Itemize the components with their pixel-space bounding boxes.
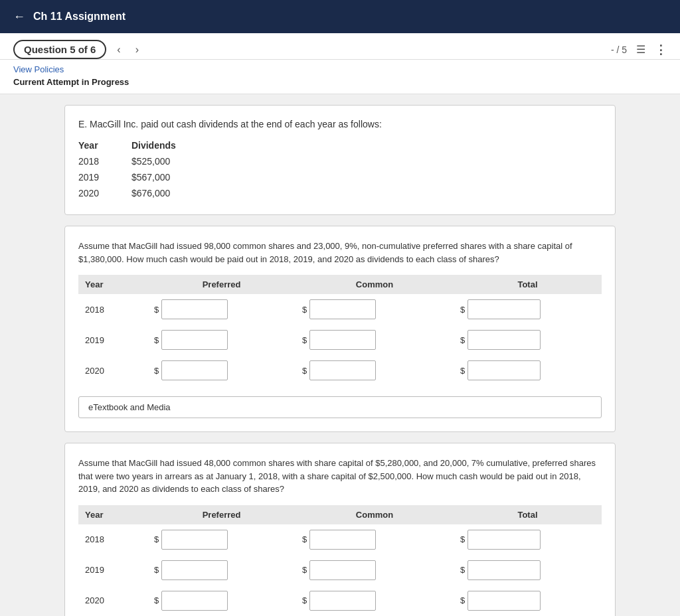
dollar-sign: $ <box>302 366 307 376</box>
total-cell-2018: $ <box>454 524 602 555</box>
card-dividends: E. MacGill Inc. paid out cash dividends … <box>64 105 616 215</box>
sub-header-left: Question 5 of 6 ‹ › <box>13 40 143 59</box>
dollar-sign: $ <box>460 565 465 575</box>
dollar-sign: $ <box>302 305 307 315</box>
main-content: E. MacGill Inc. paid out cash dividends … <box>51 94 629 616</box>
card3-question: Assume that MacGill had issued 48,000 co… <box>78 457 602 496</box>
dollar-sign: $ <box>460 595 465 605</box>
c3-preferred-input-2019[interactable] <box>161 560 228 580</box>
dollar-sign: $ <box>460 534 465 544</box>
total-cell-2020: $ <box>454 585 602 616</box>
total-input-2020[interactable] <box>468 360 541 380</box>
current-attempt-label: Current Attempt in Progress <box>13 77 667 87</box>
year-2020: 2020 <box>78 185 131 201</box>
common-cell-2020: $ <box>296 585 454 616</box>
common-input-2019[interactable] <box>309 330 376 350</box>
dollar-sign: $ <box>154 565 159 575</box>
col-common-header: Common <box>296 505 454 524</box>
col-total-header: Total <box>454 505 602 524</box>
col-common-header: Common <box>296 275 454 294</box>
c3-common-input-2020[interactable] <box>309 591 376 611</box>
sub-header: Question 5 of 6 ‹ › - / 5 ☰ ⋮ <box>0 33 680 60</box>
common-cell-2020: $ <box>296 355 454 386</box>
dollar-sign: $ <box>460 305 465 315</box>
preferred-cell-2018: $ <box>147 524 296 555</box>
table-row: 2019 $ $ <box>78 555 602 585</box>
col-preferred-header: Preferred <box>147 505 296 524</box>
preferred-cell-2019: $ <box>147 325 296 355</box>
c3-common-input-2018[interactable] <box>309 530 376 550</box>
total-cell-2020: $ <box>454 355 602 386</box>
dollar-sign: $ <box>302 534 307 544</box>
dollar-sign: $ <box>302 565 307 575</box>
total-input-2018[interactable] <box>468 299 541 319</box>
preferred-input-2018[interactable] <box>161 299 228 319</box>
dividends-intro: E. MacGill Inc. paid out cash dividends … <box>78 119 602 129</box>
question-badge: Question 5 of 6 <box>13 40 106 59</box>
total-input-2019[interactable] <box>468 330 541 350</box>
card-cumulative: Assume that MacGill had issued 48,000 co… <box>64 443 616 616</box>
next-question-button[interactable]: › <box>131 41 143 58</box>
col-header-year: Year <box>78 137 131 153</box>
preferred-cell-2020: $ <box>147 585 296 616</box>
card-non-cumulative: Assume that MacGill had issued 98,000 co… <box>64 226 616 432</box>
common-cell-2019: $ <box>296 325 454 355</box>
dollar-sign: $ <box>460 335 465 345</box>
common-cell-2019: $ <box>296 555 454 585</box>
total-cell-2018: $ <box>454 294 602 325</box>
common-cell-2018: $ <box>296 524 454 555</box>
common-input-2018[interactable] <box>309 299 376 319</box>
dollar-sign: $ <box>154 305 159 315</box>
dollar-sign: $ <box>302 335 307 345</box>
back-icon[interactable]: ← <box>13 10 25 24</box>
dividends-2019: $567,000 <box>131 169 211 185</box>
table-row: 2020 $ $ <box>78 355 602 386</box>
year-label: 2020 <box>78 355 147 386</box>
dollar-sign: $ <box>460 366 465 376</box>
c3-total-input-2020[interactable] <box>468 591 541 611</box>
view-policies-link[interactable]: View Policies <box>13 64 64 74</box>
card2-question: Assume that MacGill had issued 98,000 co… <box>78 240 602 266</box>
more-icon[interactable]: ⋮ <box>655 42 667 57</box>
common-input-2020[interactable] <box>309 360 376 380</box>
table-row: 2018 $525,000 <box>78 153 211 169</box>
year-label: 2019 <box>78 325 147 355</box>
preferred-input-2019[interactable] <box>161 330 228 350</box>
preferred-cell-2018: $ <box>147 294 296 325</box>
table-row: 2019 $ $ <box>78 325 602 355</box>
year-2019: 2019 <box>78 169 131 185</box>
c3-common-input-2019[interactable] <box>309 560 376 580</box>
col-preferred-header: Preferred <box>147 275 296 294</box>
dollar-sign: $ <box>154 335 159 345</box>
year-label: 2019 <box>78 555 147 585</box>
preferred-input-2020[interactable] <box>161 360 228 380</box>
common-cell-2018: $ <box>296 294 454 325</box>
year-label: 2020 <box>78 585 147 616</box>
col-header-dividends: Dividends <box>131 137 211 153</box>
etextbook-button[interactable]: eTextbook and Media <box>78 396 602 418</box>
col-year-header: Year <box>78 275 147 294</box>
table-row: 2019 $567,000 <box>78 169 211 185</box>
list-icon[interactable]: ☰ <box>636 43 645 56</box>
card2-input-table: Year Preferred Common Total 2018 $ <box>78 275 602 386</box>
year-label: 2018 <box>78 294 147 325</box>
c3-total-input-2019[interactable] <box>468 560 541 580</box>
sub-header-right: - / 5 ☰ ⋮ <box>611 42 667 57</box>
total-cell-2019: $ <box>454 555 602 585</box>
year-label: 2018 <box>78 524 147 555</box>
c3-total-input-2018[interactable] <box>468 530 541 550</box>
col-year-header: Year <box>78 505 147 524</box>
dividends-table: Year Dividends 2018 $525,000 2019 $567,0… <box>78 137 211 201</box>
c3-preferred-input-2018[interactable] <box>161 530 228 550</box>
dollar-sign: $ <box>154 534 159 544</box>
total-cell-2019: $ <box>454 325 602 355</box>
preferred-cell-2019: $ <box>147 555 296 585</box>
dollar-sign: $ <box>154 366 159 376</box>
score-label: - / 5 <box>611 44 627 55</box>
app-header: ← Ch 11 Assignment <box>0 0 680 33</box>
prev-question-button[interactable]: ‹ <box>113 41 124 58</box>
preferred-cell-2020: $ <box>147 355 296 386</box>
year-2018: 2018 <box>78 153 131 169</box>
dollar-sign: $ <box>154 595 159 605</box>
c3-preferred-input-2020[interactable] <box>161 591 228 611</box>
